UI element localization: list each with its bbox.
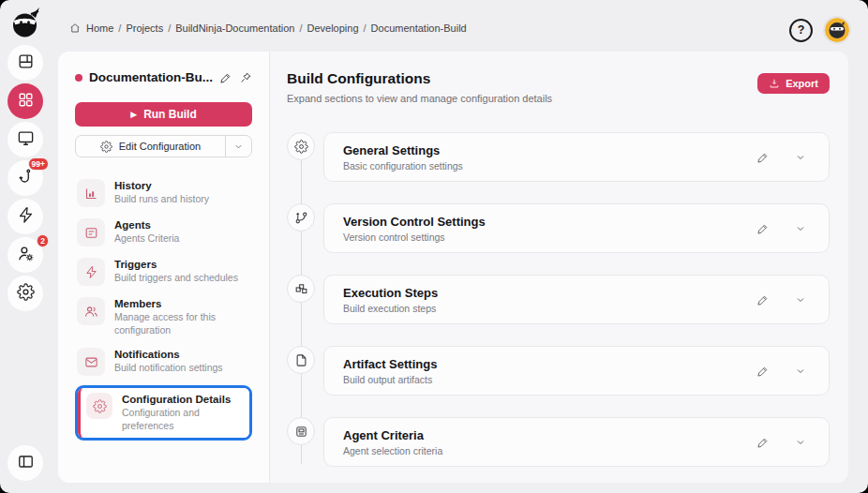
section-subtitle: Agent selection criteria xyxy=(343,445,756,456)
rail-settings-button[interactable] xyxy=(7,276,43,311)
agents-card-icon xyxy=(77,218,105,246)
breadcrumb-home[interactable]: Home xyxy=(86,22,113,34)
export-label: Export xyxy=(786,78,818,89)
rail-dashboard-button[interactable] xyxy=(7,45,43,81)
edit-configuration-split-button: Edit Configuration xyxy=(75,135,252,157)
trigger-bolt-icon xyxy=(77,258,105,286)
edit-section-button[interactable] xyxy=(756,436,770,449)
buildninja-logo[interactable] xyxy=(10,6,42,41)
edit-pencil-icon xyxy=(756,436,770,449)
sidebar-item-agents[interactable]: Agents Agents Criteria xyxy=(75,217,252,248)
app-window: 99+ 2 Home / Projects / BuildNinja-Docum… xyxy=(0,0,868,493)
nav-item-subtitle: Build runs and history xyxy=(114,193,209,206)
sidebar-item-members[interactable]: Members Manage access for this configura… xyxy=(75,295,252,338)
gear-icon xyxy=(100,141,112,153)
breadcrumb-separator: / xyxy=(299,22,302,34)
run-build-label: Run Build xyxy=(143,108,197,121)
user-avatar[interactable] xyxy=(823,16,851,44)
sidebar-item-configuration-details[interactable]: Configuration Details Configuration and … xyxy=(75,385,252,440)
monitor-icon xyxy=(17,129,35,151)
nav-item-title: Triggers xyxy=(114,259,238,270)
collapse-panel-icon xyxy=(17,453,35,474)
section-card-artifact-settings[interactable]: Artifact Settings Build output artifacts xyxy=(323,346,830,396)
chevron-down-icon xyxy=(795,223,806,234)
edit-section-button[interactable] xyxy=(756,151,770,164)
rail-projects-button[interactable] xyxy=(7,83,43,119)
section-card-agent-criteria[interactable]: Agent Criteria Agent selection criteria xyxy=(323,417,830,467)
users-count-badge: 2 xyxy=(37,234,49,247)
edit-section-button[interactable] xyxy=(756,222,770,235)
layout-dashboard-icon xyxy=(17,52,35,74)
chevron-down-icon xyxy=(795,294,806,306)
chevron-down-icon xyxy=(795,152,806,163)
chevron-down-icon xyxy=(233,142,244,152)
export-button[interactable]: Export xyxy=(757,73,830,94)
gear-icon xyxy=(287,132,315,160)
breadcrumb-project[interactable]: BuildNinja-Documentation xyxy=(175,22,294,34)
gear-icon xyxy=(86,393,112,419)
agent-criteria-icon xyxy=(287,417,315,445)
edit-pencil-icon xyxy=(756,365,770,378)
icon-rail: 99+ 2 xyxy=(0,0,52,493)
pin-button[interactable] xyxy=(239,71,252,84)
section-title: Agent Criteria xyxy=(343,428,756,442)
build-configurations-content: Build Configurations Expand sections to … xyxy=(270,52,848,483)
sidebar-item-notifications[interactable]: Notifications Build notification setting… xyxy=(75,346,252,378)
section-title: Artifact Settings xyxy=(343,357,756,371)
sidebar-item-history[interactable]: History Build runs and history xyxy=(75,177,252,209)
edit-name-button[interactable] xyxy=(219,71,232,84)
expand-section-button[interactable] xyxy=(795,223,806,234)
nav-item-title: Notifications xyxy=(114,349,223,360)
page-subtitle: Expand sections to view and manage confi… xyxy=(287,93,757,104)
breadcrumb-subproject[interactable]: Developing xyxy=(307,22,358,34)
section-subtitle: Build execution steps xyxy=(343,303,756,314)
rail-user-admin-button[interactable]: 2 xyxy=(7,237,43,273)
nav-item-title: Members xyxy=(114,298,234,309)
breadcrumb-projects[interactable]: Projects xyxy=(126,22,163,34)
breadcrumb-separator: / xyxy=(364,22,367,34)
history-chart-icon xyxy=(77,179,105,207)
expand-section-button[interactable] xyxy=(795,366,806,377)
configuration-sections-timeline: General Settings Basic configuration set… xyxy=(287,132,830,467)
main-panel: Documentation-Bu... ▶ Run Build Edit Con… xyxy=(58,52,848,483)
section-title: Version Control Settings xyxy=(343,215,756,229)
edit-pencil-icon xyxy=(756,222,770,235)
nav-item-title: Agents xyxy=(114,219,179,231)
edit-pencil-icon xyxy=(756,293,770,306)
collapse-sidebar-button[interactable] xyxy=(7,445,43,481)
sidebar-item-triggers[interactable]: Triggers Build triggers and schedules xyxy=(75,256,252,288)
rail-builds-button[interactable]: 99+ xyxy=(7,160,43,196)
steps-icon xyxy=(287,275,315,303)
edit-configuration-dropdown-button[interactable] xyxy=(225,136,251,157)
breadcrumb: Home / Projects / BuildNinja-Documentati… xyxy=(69,22,467,34)
mail-icon xyxy=(77,348,105,376)
edit-configuration-label: Edit Configuration xyxy=(119,141,201,152)
sidebar-nav: History Build runs and history Agents Ag… xyxy=(75,177,252,441)
section-card-general-settings[interactable]: General Settings Basic configuration set… xyxy=(323,132,830,182)
edit-section-button[interactable] xyxy=(756,293,770,306)
config-sidebar: Documentation-Bu... ▶ Run Build Edit Con… xyxy=(58,52,270,483)
nav-item-subtitle: Configuration and preferences xyxy=(122,407,244,432)
section-card-execution-steps[interactable]: Execution Steps Build execution steps xyxy=(323,275,830,324)
section-title: General Settings xyxy=(343,143,756,157)
edit-configuration-button[interactable]: Edit Configuration xyxy=(76,136,225,157)
grid-apps-icon xyxy=(17,91,35,112)
rail-activity-button[interactable] xyxy=(7,199,43,234)
lightning-icon xyxy=(17,206,35,228)
breadcrumb-separator: / xyxy=(168,22,171,34)
help-button[interactable]: ? xyxy=(789,19,813,42)
top-bar: Home / Projects / BuildNinja-Documentati… xyxy=(58,0,868,52)
rail-monitor-button[interactable] xyxy=(7,122,43,157)
run-build-button[interactable]: ▶ Run Build xyxy=(75,102,252,127)
members-icon xyxy=(77,297,105,325)
expand-section-button[interactable] xyxy=(795,152,806,163)
section-card-version-control[interactable]: Version Control Settings Version control… xyxy=(323,203,830,253)
breadcrumb-current[interactable]: Documentation-Build xyxy=(371,22,467,34)
user-gear-icon xyxy=(17,245,35,266)
expand-section-button[interactable] xyxy=(795,437,806,448)
page-title: Build Configurations xyxy=(287,70,757,87)
expand-section-button[interactable] xyxy=(795,294,806,306)
edit-section-button[interactable] xyxy=(756,365,770,378)
nav-item-title: Configuration Details xyxy=(122,394,244,405)
builds-count-badge: 99+ xyxy=(28,157,49,171)
